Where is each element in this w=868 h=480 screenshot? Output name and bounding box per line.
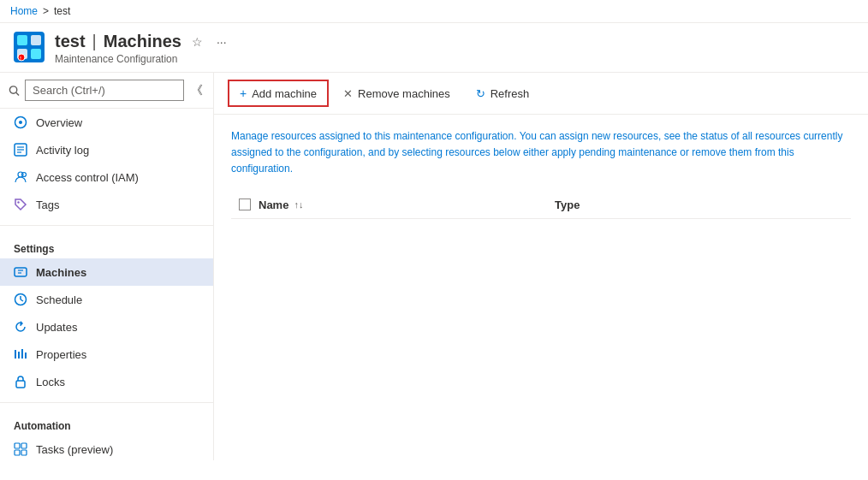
main-layout: 《 Overview Activity log Access control (… bbox=[0, 73, 868, 460]
sidebar-item-properties[interactable]: Properties bbox=[0, 341, 213, 368]
sidebar-item-label: Properties bbox=[36, 348, 86, 361]
content-area: + Add machine ✕ Remove machines ↻ Refres… bbox=[214, 73, 868, 460]
sidebar-item-activity-log[interactable]: Activity log bbox=[0, 136, 213, 163]
section-divider bbox=[0, 225, 213, 226]
sidebar-item-label: Updates bbox=[36, 321, 77, 334]
info-text: Manage resources assigned to this mainte… bbox=[231, 128, 851, 178]
refresh-button[interactable]: ↻ Refresh bbox=[465, 81, 541, 106]
column-name-header: Name ↑↓ bbox=[259, 199, 555, 211]
breadcrumb-separator: > bbox=[43, 5, 49, 17]
resource-icon: ! bbox=[14, 32, 45, 62]
toolbar: + Add machine ✕ Remove machines ↻ Refres… bbox=[214, 73, 868, 115]
sidebar-item-label: Tags bbox=[36, 199, 59, 211]
search-input[interactable] bbox=[25, 80, 184, 101]
breadcrumb: Home > test bbox=[0, 0, 868, 23]
breadcrumb-current: test bbox=[54, 5, 70, 17]
svg-rect-32 bbox=[21, 443, 27, 448]
refresh-icon: ↻ bbox=[476, 87, 485, 100]
svg-rect-18 bbox=[15, 268, 27, 276]
remove-machines-label: Remove machines bbox=[358, 87, 450, 100]
svg-point-16 bbox=[22, 173, 27, 177]
svg-rect-33 bbox=[15, 450, 20, 455]
breadcrumb-home[interactable]: Home bbox=[10, 5, 38, 17]
page-header: ! test | Machines ☆ ··· Maintenance Conf… bbox=[0, 23, 868, 73]
add-machine-label: Add machine bbox=[252, 87, 317, 100]
resource-name: test bbox=[55, 32, 86, 51]
sidebar-item-schedule[interactable]: Schedule bbox=[0, 286, 213, 313]
add-icon: + bbox=[240, 86, 247, 100]
favorite-button[interactable]: ☆ bbox=[188, 33, 206, 50]
sidebar-item-tags[interactable]: Tags bbox=[0, 191, 213, 218]
sidebar-item-overview[interactable]: Overview bbox=[0, 109, 213, 136]
col-type-label: Type bbox=[555, 199, 580, 211]
refresh-label: Refresh bbox=[490, 87, 530, 100]
sidebar-item-locks[interactable]: Locks bbox=[0, 368, 213, 395]
automation-section-divider bbox=[0, 402, 213, 403]
select-all-checkbox[interactable] bbox=[239, 199, 251, 210]
sidebar-item-label: Overview bbox=[36, 116, 82, 129]
page-title-block: test | Machines ☆ ··· Maintenance Config… bbox=[55, 32, 854, 65]
sidebar-item-label: Machines bbox=[36, 266, 86, 279]
collapse-button[interactable]: 《 bbox=[189, 81, 205, 100]
updates-icon bbox=[14, 320, 27, 334]
table-area: Name ↑↓ Type bbox=[214, 192, 868, 219]
activity-log-icon bbox=[14, 143, 27, 157]
schedule-icon bbox=[14, 293, 27, 306]
automation-section-header: Automation bbox=[0, 410, 213, 436]
search-box: 《 bbox=[0, 73, 213, 109]
settings-section-header: Settings bbox=[0, 233, 213, 258]
add-machine-button[interactable]: + Add machine bbox=[228, 80, 329, 107]
remove-machines-button[interactable]: ✕ Remove machines bbox=[332, 81, 461, 106]
sidebar-item-label: Tasks (preview) bbox=[36, 443, 113, 456]
svg-rect-1 bbox=[17, 35, 27, 45]
svg-line-23 bbox=[21, 299, 23, 301]
sidebar-item-updates[interactable]: Updates bbox=[0, 313, 213, 341]
tasks-icon bbox=[14, 442, 27, 456]
svg-rect-30 bbox=[16, 381, 25, 388]
svg-rect-31 bbox=[15, 443, 20, 448]
more-options-button[interactable]: ··· bbox=[213, 33, 230, 50]
svg-point-7 bbox=[9, 86, 16, 92]
title-separator: | bbox=[92, 32, 97, 51]
overview-icon bbox=[14, 116, 27, 129]
svg-rect-4 bbox=[31, 49, 41, 59]
sort-icon[interactable]: ↑↓ bbox=[294, 199, 303, 210]
machines-icon bbox=[14, 265, 27, 279]
access-control-icon bbox=[14, 170, 27, 184]
properties-icon bbox=[14, 347, 27, 361]
svg-rect-34 bbox=[21, 450, 27, 455]
x-icon: ✕ bbox=[343, 87, 353, 100]
sidebar-item-label: Schedule bbox=[36, 293, 82, 306]
svg-point-10 bbox=[19, 121, 22, 124]
svg-line-8 bbox=[16, 92, 19, 95]
search-icon bbox=[9, 85, 20, 97]
svg-text:!: ! bbox=[20, 56, 21, 61]
column-type-header: Type bbox=[555, 199, 851, 211]
locks-icon bbox=[14, 375, 27, 388]
page-title: test | Machines ☆ ··· bbox=[55, 32, 854, 51]
col-name-label: Name bbox=[259, 199, 288, 211]
sidebar-item-label: Activity log bbox=[36, 144, 89, 157]
page-subtitle: Maintenance Configuration bbox=[55, 53, 854, 65]
info-box: Manage resources assigned to this mainte… bbox=[231, 128, 851, 178]
sidebar-item-label: Access control (IAM) bbox=[36, 171, 139, 184]
sidebar: 《 Overview Activity log Access control (… bbox=[0, 73, 214, 460]
table-header: Name ↑↓ Type bbox=[231, 192, 851, 219]
select-all-checkbox-cell bbox=[231, 199, 259, 210]
sidebar-item-label: Locks bbox=[36, 376, 65, 388]
page-section-name: Machines bbox=[104, 32, 181, 51]
tags-icon bbox=[14, 198, 27, 211]
sidebar-item-tasks[interactable]: Tasks (preview) bbox=[0, 436, 213, 460]
sidebar-item-access-control[interactable]: Access control (IAM) bbox=[0, 163, 213, 191]
svg-rect-2 bbox=[31, 35, 41, 45]
sidebar-item-machines[interactable]: Machines bbox=[0, 258, 213, 286]
svg-point-17 bbox=[17, 201, 19, 203]
